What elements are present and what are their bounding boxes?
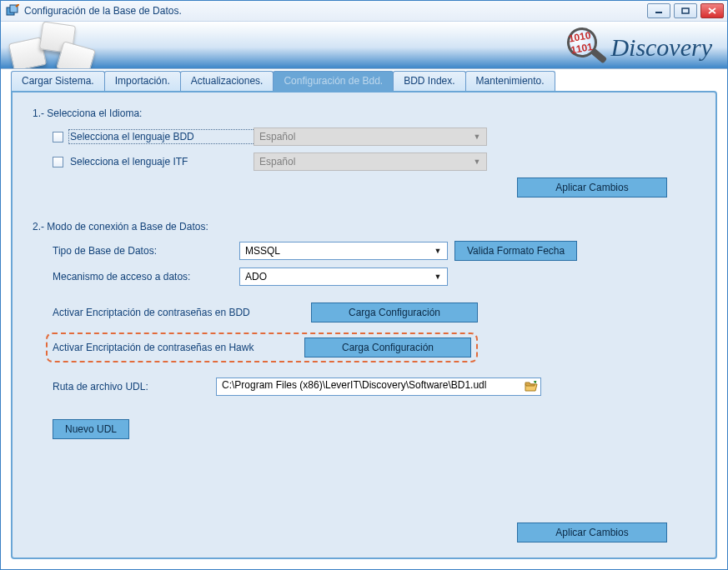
label-tipo-base-datos: Tipo de Base de Datos: — [53, 245, 239, 257]
minimize-button[interactable] — [647, 3, 670, 18]
label-encriptacion-bdd: Activar Encriptación de contraseñas en B… — [53, 307, 311, 318]
window-title: Configuración de la Base de Datos. — [24, 5, 182, 17]
label-mecanismo-acceso: Mecanismo de acceso a datos: — [53, 271, 239, 282]
header-banner: 1010 1101 Discovery — [1, 22, 727, 69]
checkbox-lenguaje-bdd[interactable] — [53, 132, 63, 142]
chevron-down-icon[interactable] — [431, 244, 444, 258]
client-area: Cargar Sistema. Importación. Actualizaci… — [1, 69, 727, 569]
tab-panel-configuracion-bdd: 1.- Selecciona el Idioma: Selecciona el … — [11, 91, 717, 559]
highlight-encriptacion-hawk: Activar Encriptación de contraseñas en H… — [46, 332, 478, 362]
tab-importacion[interactable]: Importación. — [104, 71, 181, 91]
ruta-udl-field[interactable] — [216, 378, 541, 396]
tab-mantenimiento[interactable]: Mantenimiento. — [465, 71, 555, 91]
maximize-button[interactable] — [674, 3, 697, 18]
titlebar: Configuración de la Base de Datos. — [1, 1, 727, 22]
aplicar-cambios-conexion-button[interactable]: Aplicar Cambios — [517, 522, 667, 542]
close-button[interactable] — [700, 3, 724, 18]
chevron-down-icon — [470, 130, 484, 143]
section2-title: 2.- Modo de conexión a Base de Datos: — [33, 221, 700, 232]
tab-bdd-index[interactable]: BDD Index. — [393, 71, 465, 91]
label-lenguaje-bdd: Selecciona el lenguaje BDD — [70, 131, 254, 142]
app-window: Configuración de la Base de Datos. — [0, 0, 728, 570]
logo-text: Discovery — [610, 33, 712, 62]
tab-cargar-sistema[interactable]: Cargar Sistema. — [11, 71, 105, 91]
nuevo-udl-button[interactable]: Nuevo UDL — [53, 419, 129, 439]
dropdown-mecanismo-acceso[interactable]: ADO — [239, 268, 448, 286]
magnifier-icon: 1010 1101 — [567, 28, 607, 68]
checkbox-lenguaje-itf[interactable] — [53, 157, 63, 168]
section1-title: 1.- Selecciona el Idioma: — [33, 108, 700, 119]
carga-configuracion-bdd-button[interactable]: Carga Configuración — [311, 302, 478, 322]
tab-bar: Cargar Sistema. Importación. Actualizaci… — [11, 71, 717, 91]
svg-rect-2 — [655, 12, 662, 13]
carga-configuracion-hawk-button[interactable]: Carga Configuración — [304, 338, 471, 358]
dropdown-lenguaje-bdd: Español — [254, 128, 487, 146]
svg-rect-3 — [682, 8, 689, 13]
label-ruta-udl: Ruta de archivo UDL: — [53, 381, 216, 392]
tab-actualizaciones[interactable]: Actualizaciones. — [180, 71, 274, 91]
chevron-down-icon[interactable] — [431, 270, 444, 283]
tab-configuracion-bdd[interactable]: Configuración de Bdd. — [273, 71, 394, 91]
app-icon — [6, 4, 19, 18]
label-encriptacion-hawk: Activar Encriptación de contraseñas en H… — [53, 342, 304, 353]
ruta-udl-input[interactable] — [220, 378, 520, 392]
label-lenguaje-itf: Selecciona el lenguaje ITF — [70, 156, 254, 168]
dropdown-lenguaje-itf: Español — [254, 152, 487, 171]
aplicar-cambios-idioma-button[interactable]: Aplicar Cambios — [517, 178, 667, 198]
dropdown-tipo-base-datos[interactable]: MSSQL — [239, 242, 448, 260]
keyboard-keys-decor — [8, 25, 108, 69]
chevron-down-icon — [470, 155, 484, 168]
browse-folder-icon[interactable] — [524, 379, 539, 394]
product-logo: 1010 1101 Discovery — [567, 23, 712, 69]
valida-formato-fecha-button[interactable]: Valida Formato Fecha — [454, 241, 577, 261]
